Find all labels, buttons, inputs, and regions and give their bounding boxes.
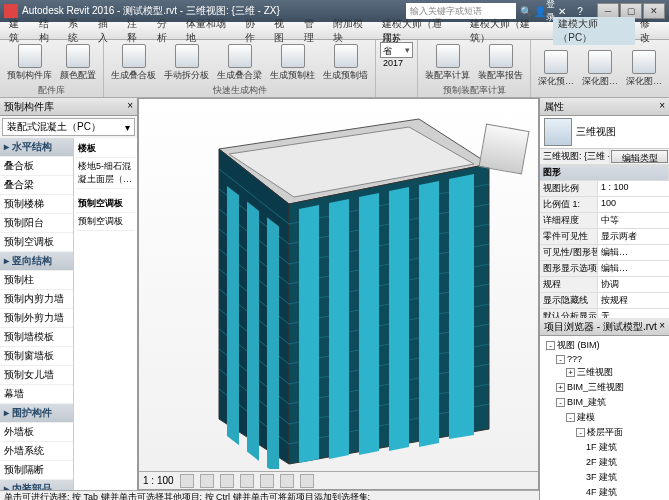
left-panel-title: 预制构件库×	[0, 98, 137, 116]
ribbon-button[interactable]: 深化图…	[623, 42, 665, 95]
project-browser-panel: 项目浏览器 - 测试模型.rvt× -视图 (BIM)-???+三维视图+BIM…	[539, 318, 669, 500]
tree-item[interactable]: 预制内剪力墙	[0, 290, 73, 309]
list-item[interactable]: 预制空调板	[76, 213, 135, 231]
browser-node[interactable]: -楼层平面	[542, 425, 667, 440]
properties-panel: 属性× 三维视图 三维视图: {三维 - ZX} 编辑类型 图形 视图比例1 :…	[539, 98, 669, 318]
svg-rect-17	[247, 202, 259, 461]
chevron-down-icon: ▾	[125, 122, 130, 133]
svg-marker-35	[419, 181, 439, 447]
browser-node[interactable]: +BIM_三维视图	[542, 380, 667, 395]
view-cube[interactable]	[482, 127, 526, 171]
ribbon-button[interactable]: 颜色配置	[57, 42, 99, 84]
panel-close-icon[interactable]: ×	[659, 100, 665, 113]
browser-node[interactable]: 1F 建筑	[542, 440, 667, 455]
expand-toggle-icon[interactable]: -	[546, 341, 555, 350]
property-row[interactable]: 详细程度中等	[540, 213, 669, 229]
ribbon-button[interactable]: 生成叠合梁	[214, 42, 265, 84]
property-row[interactable]: 图形显示选项编辑…	[540, 261, 669, 277]
3d-viewport[interactable]: 1 : 100	[138, 98, 539, 490]
tree-header[interactable]: ▸ 水平结构	[0, 138, 73, 157]
svg-marker-34	[389, 187, 409, 451]
browser-node[interactable]: 4F 建筑	[542, 485, 667, 500]
ribbon-tabs: 建筑结构系统插入注释分析体量和场地协作视图管理附加模块建模大师（通用）建模大师（…	[0, 22, 669, 40]
expand-toggle-icon[interactable]: -	[556, 355, 565, 364]
tree-item[interactable]: 预制女儿墙	[0, 366, 73, 385]
model-graphics-icon[interactable]	[180, 474, 194, 488]
property-row[interactable]: 显示隐藏线按规程	[540, 293, 669, 309]
ribbon-button[interactable]: 装配率报告	[475, 42, 526, 84]
property-row[interactable]: 零件可见性显示两者	[540, 229, 669, 245]
type-thumbnail-icon	[544, 118, 572, 146]
library-detail: 楼板 楼地5-细石混凝土面层（… 预制空调板 预制空调板	[74, 138, 137, 490]
svg-rect-18	[267, 217, 279, 469]
svg-rect-16	[227, 186, 239, 445]
svg-marker-31	[299, 205, 319, 463]
tree-header[interactable]: ▸ 内装部品	[0, 480, 73, 490]
view-control-bar: 1 : 100	[139, 471, 538, 489]
region-combo[interactable]: 江苏省2017	[380, 42, 413, 58]
shadows-icon[interactable]	[220, 474, 234, 488]
tree-item[interactable]: 预制墙模板	[0, 328, 73, 347]
ribbon-button[interactable]: 生成预制墙	[320, 42, 371, 84]
ribbon-button[interactable]: 生成预制柱	[267, 42, 318, 84]
library-tree[interactable]: ▸ 水平结构叠合板叠合梁预制楼梯预制阳台预制空调板▸ 竖向结构预制柱预制内剪力墙…	[0, 138, 74, 490]
browser-node[interactable]: -???	[542, 353, 667, 365]
panel-close-icon[interactable]: ×	[127, 100, 133, 113]
tree-item[interactable]: 预制窗墙板	[0, 347, 73, 366]
ribbon-button[interactable]: 装配率计算	[422, 42, 473, 84]
tree-item[interactable]: 预制外剪力墙	[0, 309, 73, 328]
expand-toggle-icon[interactable]: +	[566, 368, 575, 377]
type-selector[interactable]: 三维视图: {三维 - ZX}	[540, 149, 610, 164]
list-item[interactable]: 楼地5-细石混凝土面层（…	[76, 158, 135, 189]
edit-type-button[interactable]: 编辑类型	[611, 150, 668, 163]
expand-toggle-icon[interactable]: -	[566, 413, 575, 422]
tree-item[interactable]: 叠合梁	[0, 176, 73, 195]
sun-path-icon[interactable]	[200, 474, 214, 488]
crop-icon[interactable]	[260, 474, 274, 488]
tree-item[interactable]: 外墙系统	[0, 442, 73, 461]
scale-display[interactable]: 1 : 100	[143, 475, 174, 486]
browser-node[interactable]: 3F 建筑	[542, 470, 667, 485]
tree-item[interactable]: 叠合板	[0, 157, 73, 176]
expand-toggle-icon[interactable]: +	[556, 383, 565, 392]
property-row[interactable]: 可见性/图形替换编辑…	[540, 245, 669, 261]
property-row[interactable]: 规程协调	[540, 277, 669, 293]
type-name: 三维视图	[576, 125, 616, 139]
tree-item[interactable]: 预制楼梯	[0, 195, 73, 214]
property-row[interactable]: 视图比例1 : 100	[540, 181, 669, 197]
ribbon: 预制构件库颜色配置配件库生成叠合板手动拆分板生成叠合梁生成预制柱生成预制墙快速生…	[0, 40, 669, 98]
ribbon-button[interactable]: 深化预…	[535, 42, 577, 95]
ribbon-button[interactable]: 生成叠合板	[108, 42, 159, 84]
tree-item[interactable]: 幕墙	[0, 385, 73, 404]
browser-node[interactable]: -BIM_建筑	[542, 395, 667, 410]
project-browser-tree[interactable]: -视图 (BIM)-???+三维视图+BIM_三维视图-BIM_建筑-建模-楼层…	[540, 336, 669, 500]
tree-item[interactable]: 预制空调板	[0, 233, 73, 252]
building-model[interactable]	[199, 109, 499, 469]
expand-toggle-icon[interactable]: -	[576, 428, 585, 437]
property-row[interactable]: 比例值 1:100	[540, 197, 669, 213]
svg-marker-33	[359, 193, 379, 455]
tree-item[interactable]: 预制隔断	[0, 461, 73, 480]
ribbon-button[interactable]: 预制构件库	[4, 42, 55, 84]
ribbon-button[interactable]: 手动拆分板	[161, 42, 212, 84]
browser-node[interactable]: -视图 (BIM)	[542, 338, 667, 353]
reveal-icon[interactable]	[300, 474, 314, 488]
browser-node[interactable]: 2F 建筑	[542, 455, 667, 470]
tree-item[interactable]: 预制柱	[0, 271, 73, 290]
tree-item[interactable]: 预制阳台	[0, 214, 73, 233]
expand-toggle-icon[interactable]: -	[556, 398, 565, 407]
svg-marker-36	[449, 174, 474, 439]
browser-node[interactable]: +三维视图	[542, 365, 667, 380]
render-icon[interactable]	[240, 474, 254, 488]
tree-header[interactable]: ▸ 竖向结构	[0, 252, 73, 271]
svg-marker-32	[329, 199, 349, 459]
panel-close-icon[interactable]: ×	[659, 320, 665, 333]
tree-item[interactable]: 外墙板	[0, 423, 73, 442]
browser-node[interactable]: -建模	[542, 410, 667, 425]
tree-header[interactable]: ▸ 围护构件	[0, 404, 73, 423]
hide-icon[interactable]	[280, 474, 294, 488]
ribbon-button[interactable]: 深化图…	[579, 42, 621, 95]
left-library-panel: 预制构件库× 装配式混凝土（PC）▾ ▸ 水平结构叠合板叠合梁预制楼梯预制阳台预…	[0, 98, 138, 490]
left-category-combo[interactable]: 装配式混凝土（PC）▾	[2, 118, 135, 136]
